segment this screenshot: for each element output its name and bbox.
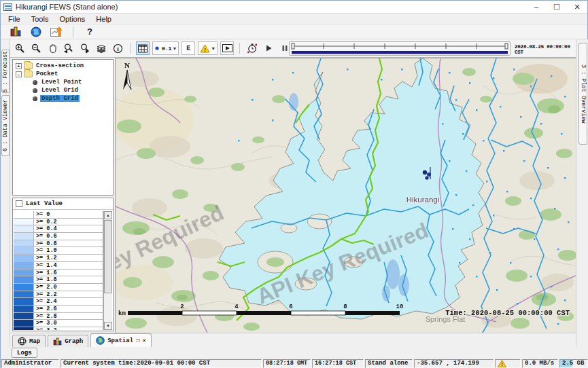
legend-swatch xyxy=(14,255,34,261)
map-view[interactable]: API Key Required API Key Required Hikura… xyxy=(116,58,576,333)
expand-icon[interactable]: + xyxy=(16,63,22,69)
close-button[interactable]: ✕ xyxy=(567,1,587,13)
status-mode: Stand alone xyxy=(365,359,413,368)
zoom-next-icon[interactable] xyxy=(78,41,92,55)
scrollbar-thumb[interactable] xyxy=(104,220,112,293)
legend-row: >= 1.4 xyxy=(14,262,103,270)
warning-triangle-icon: ! xyxy=(200,44,210,53)
status-bar: Administrator Current system time:2020-0… xyxy=(1,359,588,368)
logs-button[interactable]: Logs xyxy=(12,348,37,358)
map-time-label: Time: 2020-08-25 00:00:00 CST xyxy=(445,309,570,317)
info-icon[interactable]: i xyxy=(111,41,124,55)
scroll-up-icon[interactable]: ▲ xyxy=(104,211,112,219)
legend-row: >= 3.0 xyxy=(14,320,103,327)
svg-text:!: ! xyxy=(205,46,207,52)
legend-row: >= 1.6 xyxy=(14,270,103,277)
bar-chart-icon xyxy=(53,337,62,346)
folder-icon xyxy=(24,71,33,77)
svg-text:N: N xyxy=(124,61,130,69)
legend-swatch xyxy=(14,247,34,254)
legend-swatch xyxy=(14,284,34,291)
legend-row: >= 2.0 xyxy=(14,284,103,291)
timeline-range-bar xyxy=(292,51,508,54)
legend-scrollbar[interactable]: ▲ ▼ xyxy=(103,211,112,330)
legend-row: >= 2.4 xyxy=(14,298,103,306)
timeline-slider[interactable] xyxy=(289,41,511,56)
legend-swatch xyxy=(14,240,34,247)
stopwatch-icon[interactable] xyxy=(245,41,259,55)
tab-graph[interactable]: Graph xyxy=(48,335,88,347)
legend-swatch xyxy=(14,233,34,240)
menu-help[interactable]: Help xyxy=(91,14,116,24)
tab-data-viewer[interactable]: 6 : Data Viewer xyxy=(1,95,10,156)
thresholds-warning-dropdown[interactable]: ! ▼ xyxy=(198,41,218,55)
selected-tree-label: Depth Grid xyxy=(40,95,80,102)
chevron-down-icon: ▼ xyxy=(172,46,177,51)
legend-panel: Last Value >= 0 >= 0.2 >= 0.4 >= 0.6 >= … xyxy=(12,198,114,331)
toolbar-separator xyxy=(239,43,240,54)
node-bullet-icon xyxy=(33,80,37,85)
tab-maximize-icon[interactable]: ❐ xyxy=(136,337,139,344)
legend-swatch xyxy=(14,276,34,283)
tree-item-pocket[interactable]: - Pocket xyxy=(13,70,113,78)
node-bullet-icon xyxy=(33,96,37,101)
legend-swatch xyxy=(14,327,34,330)
layers-icon[interactable] xyxy=(94,41,108,55)
play-button[interactable] xyxy=(262,41,275,55)
tree-item-level-grid[interactable]: Level Grid xyxy=(13,86,113,94)
tab-plot-overview[interactable]: 3 : Plot Overview xyxy=(578,43,587,145)
bottom-tab-bar: Map Graph Spatial ❐ ✕ xyxy=(10,333,576,347)
classification-dropdown[interactable]: 0.1 ▼ xyxy=(152,41,179,55)
tab-spatial[interactable]: Spatial ❐ ✕ xyxy=(90,333,152,347)
main-toolbar: ? xyxy=(1,24,587,39)
tree-item-depth-grid[interactable]: Depth Grid xyxy=(13,94,113,103)
pan-hand-icon[interactable] xyxy=(46,41,59,55)
tree-item-level-point[interactable]: Level Point xyxy=(13,78,113,86)
tab-forecast[interactable]: 5 : Forecast xyxy=(1,50,10,93)
minimize-button[interactable]: – xyxy=(526,1,547,13)
classification-value: 0.1 xyxy=(162,45,171,52)
legend-row: >= 3.2 xyxy=(14,327,103,330)
zoom-previous-icon[interactable] xyxy=(62,41,75,55)
collapse-icon[interactable]: - xyxy=(16,71,22,77)
data-panel: + Cross-section - Pocket Level Point Lev… xyxy=(10,58,116,333)
toolbar-separator xyxy=(130,43,131,54)
window-title: Hikurangi FEWS (Stand alone) xyxy=(16,3,118,11)
legend-row: >= 2.8 xyxy=(14,313,103,320)
svg-text:4: 4 xyxy=(235,303,239,310)
globe-icon[interactable] xyxy=(29,25,43,39)
layer-tree: + Cross-section - Pocket Level Point Lev… xyxy=(12,59,114,196)
status-warning-cell[interactable]: ! xyxy=(495,359,521,368)
status-gmt-time: 08:27:18 GMT xyxy=(263,359,311,368)
legend-row: >= 2.6 xyxy=(14,306,103,313)
left-dock-strip: 5 : Forecast 6 : Data Viewer xyxy=(1,39,10,347)
app-icon xyxy=(3,3,12,11)
animation-export-button[interactable] xyxy=(220,41,234,55)
menu-options[interactable]: Options xyxy=(54,14,90,24)
help-button[interactable]: ? xyxy=(83,25,97,39)
legend-swatch xyxy=(14,313,34,320)
map-toolbar: i 0.1 ▼ E ! ▼ 20 xyxy=(10,39,576,58)
grid-display-toggle[interactable] xyxy=(136,41,150,55)
globe-icon xyxy=(96,336,105,345)
status-user: Administrator xyxy=(1,359,59,368)
logs-row: Logs xyxy=(1,347,588,359)
tab-map[interactable]: Map xyxy=(12,335,46,347)
application-window: Hikurangi FEWS (Stand alone) – ☐ ✕ File … xyxy=(0,0,588,368)
zoom-out-icon[interactable] xyxy=(29,41,43,55)
scroll-down-icon[interactable]: ▼ xyxy=(104,322,112,330)
last-value-checkbox[interactable] xyxy=(16,200,22,207)
svg-text:2: 2 xyxy=(180,303,184,310)
legend-swatch xyxy=(14,298,34,305)
profile-display-button[interactable]: E xyxy=(181,41,195,55)
node-bullet-icon xyxy=(33,88,37,93)
window-controls: – ☐ ✕ xyxy=(526,1,587,13)
maximize-button[interactable]: ☐ xyxy=(547,1,567,13)
menu-file[interactable]: File xyxy=(3,14,25,24)
tab-close-icon[interactable]: ✕ xyxy=(142,337,145,344)
zoom-in-icon[interactable] xyxy=(13,41,27,55)
menu-tools[interactable]: Tools xyxy=(27,14,54,24)
reports-icon[interactable] xyxy=(9,25,22,39)
legend-row: >= 0.4 xyxy=(14,225,103,233)
spatial-display-icon[interactable] xyxy=(50,25,63,39)
